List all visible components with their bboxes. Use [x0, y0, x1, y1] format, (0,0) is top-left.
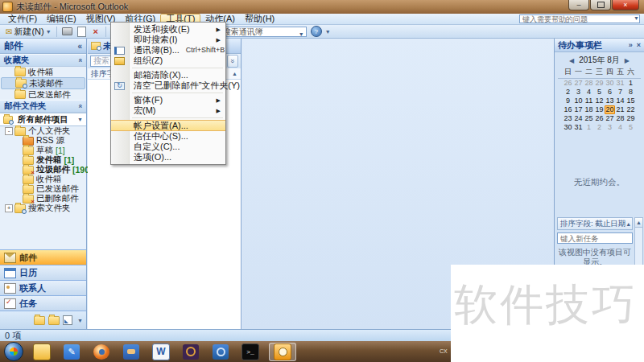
new-task-input[interactable] [557, 232, 633, 244]
folder-list-icon[interactable] [34, 316, 45, 325]
calendar-date-cell[interactable]: 1 [625, 79, 636, 88]
task-sort-direction-icon[interactable]: ▲ [625, 221, 631, 227]
all-mail-items-selector[interactable]: 所有邮件项目 ▼ [0, 113, 86, 126]
calendar-date-cell[interactable]: 27 [605, 114, 615, 123]
gears-blue-app-icon[interactable] [213, 344, 229, 360]
calendar-date-cell[interactable]: 24 [573, 114, 584, 123]
calendar-date-cell[interactable]: 25 [584, 114, 594, 123]
tree-item[interactable]: +搜索文件夹 [0, 204, 86, 213]
favorites-item[interactable]: 已发送邮件 [0, 89, 86, 100]
menu-item[interactable]: 信任中心(S)... [111, 131, 225, 142]
calendar-date-cell[interactable]: 10 [573, 97, 584, 105]
chevron-up-icon[interactable]: « [76, 58, 84, 62]
calendar-date-cell[interactable]: 9 [563, 97, 573, 105]
folder-list-icon[interactable] [48, 316, 60, 325]
calendar-date-cell[interactable]: 29 [625, 114, 636, 123]
menubar-item-7[interactable]: 帮助(H) [240, 14, 279, 24]
chevron-up-icon[interactable]: « [76, 104, 84, 108]
scroll-up-icon[interactable]: ▲ [635, 218, 642, 228]
calendar-date-cell[interactable]: 31 [615, 79, 625, 88]
calendar-date-cell[interactable]: 3 [605, 123, 615, 132]
calendar-date-cell[interactable]: 19 [594, 105, 605, 114]
calendar-date-cell[interactable]: 4 [584, 88, 594, 97]
calendar-date-cell[interactable]: 28 [584, 79, 594, 88]
menu-item[interactable]: 组织(Z) [111, 56, 225, 66]
new-mail-button[interactable]: ✉ 新建(N) ▼ [3, 26, 54, 38]
previous-month-icon[interactable]: ◀ [569, 57, 574, 64]
print-button[interactable] [60, 26, 75, 38]
menu-item[interactable]: 通讯簿(B)...Ctrl+Shift+B [111, 45, 225, 56]
favorites-item[interactable]: 收件箱 [0, 67, 86, 77]
search-addressbook-combo[interactable]: 搜索通讯簿 ▼ [220, 27, 307, 37]
combo-dropdown-icon[interactable]: ▼ [299, 30, 304, 39]
menu-item[interactable]: 宏(M)▶ [111, 105, 225, 116]
start-button[interactable] [4, 342, 23, 361]
notes-app-icon[interactable]: ✎ [64, 344, 80, 360]
calendar-date-cell[interactable]: 8 [625, 88, 636, 97]
calendar-date-cell[interactable]: 3 [573, 88, 584, 97]
help-question-input[interactable] [519, 14, 640, 23]
calendar-date-cell[interactable]: 28 [615, 114, 625, 123]
menubar-item-2[interactable]: 编辑(E) [42, 14, 81, 24]
calendar-date-cell[interactable]: 29 [594, 79, 605, 88]
calendar-date-cell[interactable]: 23 [563, 114, 573, 123]
help-dropdown-icon[interactable]: ▼ [634, 15, 639, 21]
calendar-date-cell[interactable]: 4 [615, 123, 625, 132]
menu-item[interactable]: 即时搜索(I)▶ [111, 35, 225, 45]
calendar-date-cell[interactable]: 2 [594, 123, 605, 132]
new-dropdown-icon[interactable]: ▼ [46, 29, 52, 35]
menu-item[interactable]: 清空“已删除邮件”文件夹(Y) [111, 80, 225, 91]
meeting-app-icon[interactable] [123, 344, 139, 360]
calendar-date-cell[interactable]: 17 [573, 105, 584, 114]
calendar-date-cell[interactable]: 30 [563, 123, 573, 132]
calendar-date-cell[interactable]: 13 [605, 97, 615, 105]
mail-folders-header[interactable]: 邮件文件夹 « [0, 100, 86, 113]
terminal-icon[interactable]: >_ [242, 343, 259, 360]
toolbar-overflow-icon[interactable]: ▼ [325, 29, 331, 35]
menu-item[interactable]: 自定义(C)... [111, 142, 225, 152]
all-mail-dropdown-icon[interactable]: ▼ [77, 117, 83, 122]
calendar-date-cell[interactable]: 14 [615, 97, 625, 105]
explorer-icon[interactable] [33, 343, 51, 360]
expand-query-builder-button[interactable]: » [227, 55, 238, 68]
calendar-date-cell[interactable]: 5 [594, 88, 605, 97]
calendar-date-cell[interactable]: 30 [605, 79, 615, 88]
calendar-date-cell[interactable]: 16 [563, 105, 573, 114]
menubar-item-1[interactable]: 文件(F) [3, 14, 42, 24]
calendar-date-cell[interactable]: 21 [615, 105, 625, 114]
menu-item[interactable]: 邮箱清除(X)... [111, 70, 225, 80]
calendar-today-cell[interactable]: 20 [605, 105, 615, 114]
maximize-button[interactable] [590, 0, 611, 10]
gears-purple-app-icon[interactable] [183, 344, 199, 360]
calendar-date-cell[interactable]: 26 [594, 114, 605, 123]
module-button-任务[interactable]: 任务 [0, 295, 86, 311]
calendar-date-cell[interactable]: 18 [584, 105, 594, 114]
move-button[interactable] [75, 26, 89, 38]
favorites-header[interactable]: 收藏夹 « [0, 54, 86, 67]
calendar-date-cell[interactable]: 27 [573, 79, 584, 88]
shortcuts-icon[interactable] [63, 315, 72, 325]
calendar-date-cell[interactable]: 15 [625, 97, 636, 105]
menu-item[interactable]: 发送和接收(E)▶ [111, 24, 225, 35]
calendar-date-cell[interactable]: 11 [584, 97, 594, 105]
minimize-todobar-icon[interactable]: » [629, 41, 633, 49]
sort-direction-icon[interactable]: ▲ [232, 71, 237, 76]
calendar-date-cell[interactable]: 7 [615, 88, 625, 97]
delete-button[interactable]: × [89, 26, 103, 38]
tree-expander-icon[interactable]: + [5, 204, 13, 212]
module-button-邮件[interactable]: 邮件 [0, 249, 86, 265]
task-sort-header[interactable]: 排序字段: 截止日期 ▲ [557, 217, 633, 230]
calendar-date-cell[interactable]: 2 [563, 88, 573, 97]
menu-item[interactable]: 选项(O)... [111, 152, 225, 162]
module-button-联系人[interactable]: 联系人 [0, 280, 86, 295]
module-button-日历[interactable]: 日历 [0, 265, 86, 280]
menu-item[interactable]: 帐户设置(A)... [111, 120, 225, 131]
calendar-date-cell[interactable]: 6 [605, 88, 615, 97]
calendar-date-cell[interactable]: 22 [625, 105, 636, 114]
minimize-button[interactable]: – [568, 0, 589, 10]
word-icon[interactable]: W [152, 343, 170, 360]
close-todobar-icon[interactable]: × [637, 41, 641, 49]
collapse-pane-icon[interactable]: « [77, 42, 82, 51]
calendar-date-cell[interactable]: 5 [625, 123, 636, 132]
calendar-date-cell[interactable]: 26 [563, 79, 573, 88]
